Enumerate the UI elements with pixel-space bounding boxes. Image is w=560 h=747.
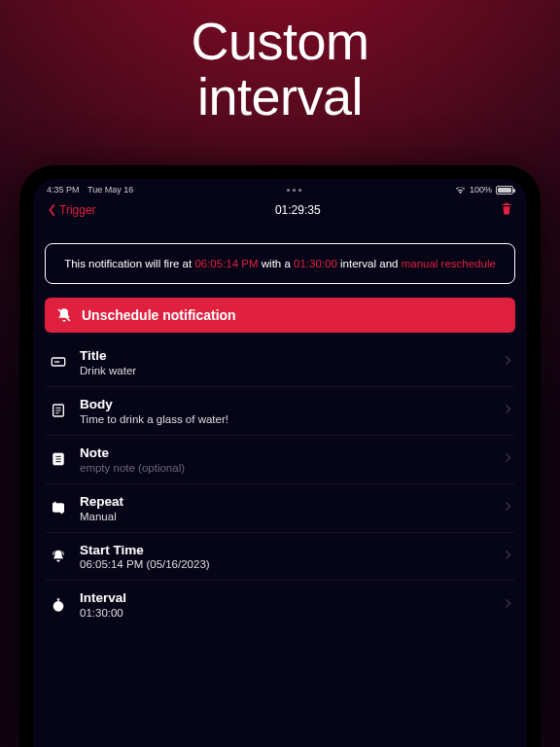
row-interval-label: Interval — [80, 590, 493, 607]
nav-title: 01:29:35 — [275, 203, 321, 217]
row-title[interactable]: Title Drink water — [45, 338, 515, 387]
battery-percent: 100% — [470, 185, 492, 195]
info-interval: 01:30:00 — [294, 258, 337, 269]
row-body-label: Body — [80, 397, 493, 413]
chevron-right-icon — [505, 452, 511, 466]
row-note-placeholder: empty note (optional) — [80, 462, 493, 474]
hero-line-2: interval — [0, 69, 560, 124]
row-start-time-value: 06:05:14 PM (05/16/2023) — [80, 558, 493, 570]
row-body[interactable]: Body Time to drink a glass of water! — [45, 387, 515, 436]
back-button[interactable]: Trigger — [47, 203, 96, 217]
unschedule-button[interactable]: Unschedule notification — [45, 298, 515, 333]
status-clock: 4:35 PM — [47, 185, 80, 195]
chevron-right-icon — [505, 501, 511, 515]
hero-title: Custom interval — [0, 0, 560, 128]
body-icon — [49, 403, 68, 418]
row-note[interactable]: Note empty note (optional) — [45, 436, 515, 484]
status-date: Tue May 16 — [88, 185, 133, 195]
title-icon — [49, 354, 68, 370]
svg-point-12 — [53, 601, 62, 610]
trash-icon — [500, 200, 513, 216]
back-label: Trigger — [59, 203, 96, 217]
app-screen: 4:35 PM Tue May 16 100% Trigger 01:29:35 — [33, 179, 527, 747]
info-text-3: interval and — [337, 258, 402, 269]
row-body-value: Time to drink a glass of water! — [80, 413, 493, 425]
nav-bar: Trigger 01:29:35 — [33, 198, 527, 230]
info-text-1: This notification will fire at — [64, 258, 194, 269]
chevron-right-icon — [505, 355, 511, 369]
stopwatch-icon — [49, 597, 68, 613]
row-start-time-label: Start Time — [80, 543, 493, 559]
bell-slash-icon — [56, 307, 72, 323]
info-text-2: with a — [259, 258, 294, 269]
bell-icon — [49, 549, 68, 564]
chevron-right-icon — [505, 550, 511, 563]
row-repeat-label: Repeat — [80, 494, 493, 511]
row-title-label: Title — [80, 348, 493, 365]
row-note-label: Note — [80, 445, 493, 462]
row-repeat-value: Manual — [80, 511, 493, 522]
battery-icon — [496, 186, 513, 195]
wifi-icon — [455, 186, 466, 194]
note-icon — [49, 451, 68, 467]
row-repeat[interactable]: Repeat Manual — [45, 484, 515, 533]
hero-line-1: Custom — [0, 14, 560, 69]
row-interval-value: 01:30:00 — [80, 607, 493, 619]
repeat-icon — [49, 500, 68, 516]
status-bar: 4:35 PM Tue May 16 100% — [33, 179, 527, 198]
info-box: This notification will fire at 06:05:14 … — [45, 243, 515, 284]
tablet-frame: 4:35 PM Tue May 16 100% Trigger 01:29:35 — [19, 165, 541, 747]
status-right: 100% — [455, 185, 513, 195]
status-time: 4:35 PM Tue May 16 — [47, 185, 133, 195]
settings-list: Title Drink water Body Time to drink a g… — [45, 338, 515, 628]
row-title-value: Drink water — [80, 365, 493, 376]
row-interval[interactable]: Interval 01:30:00 — [45, 581, 515, 628]
info-fire-time: 06:05:14 PM — [194, 258, 258, 269]
row-start-time[interactable]: Start Time 06:05:14 PM (05/16/2023) — [45, 533, 515, 582]
chevron-right-icon — [505, 404, 511, 417]
chevron-left-icon — [47, 203, 57, 217]
delete-button[interactable] — [500, 200, 513, 220]
status-center-dots — [287, 189, 301, 192]
info-mode: manual reschedule — [402, 258, 496, 269]
unschedule-label: Unschedule notification — [82, 307, 236, 323]
chevron-right-icon — [505, 598, 511, 612]
